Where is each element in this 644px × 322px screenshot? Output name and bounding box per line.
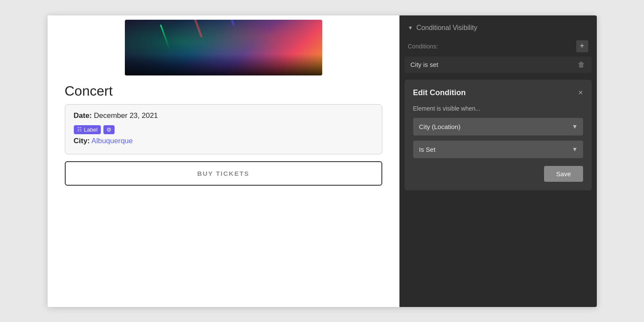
conditions-row: Conditions: + xyxy=(399,39,597,57)
field-dropdown-wrap: City (Location) Name Date Other ▼ xyxy=(413,118,583,135)
label-chip: ☷ Label xyxy=(74,125,101,134)
date-label: Date: xyxy=(74,111,92,120)
buy-btn-wrap: BUY TICKETS xyxy=(65,161,382,186)
modal-footer: Save xyxy=(413,166,583,182)
concert-title: Concert xyxy=(65,83,399,99)
concert-image xyxy=(125,20,322,75)
buy-tickets-button[interactable]: BUY TICKETS xyxy=(65,161,382,186)
concert-lights xyxy=(125,20,322,54)
trash-icon: 🗑 xyxy=(578,61,585,68)
left-panel: Concert Date: December 23, 2021 ☷ Label … xyxy=(48,15,399,307)
label-chip-text: Label xyxy=(84,126,98,133)
date-value: December 23, 2021 xyxy=(94,111,158,120)
modal-header: Edit Condition × xyxy=(413,88,583,97)
date-row: Date: December 23, 2021 xyxy=(74,111,373,120)
city-link[interactable]: Albuquerque xyxy=(91,137,133,145)
operator-select[interactable]: Is Set Is Not Set Equals Contains xyxy=(413,141,583,158)
add-condition-button[interactable]: + xyxy=(576,40,588,52)
field-select[interactable]: City (Location) Name Date Other xyxy=(413,118,583,135)
text-icon: ☷ xyxy=(77,126,82,132)
close-modal-button[interactable]: × xyxy=(578,89,583,96)
concert-card: Date: December 23, 2021 ☷ Label ⚙ City: … xyxy=(65,104,382,154)
condition-text: City is set xyxy=(411,61,438,68)
delete-condition-button[interactable]: 🗑 xyxy=(577,61,586,69)
modal-title: Edit Condition xyxy=(413,88,466,97)
city-label: City: xyxy=(74,137,90,145)
operator-dropdown-wrap: Is Set Is Not Set Equals Contains ▼ xyxy=(413,141,583,158)
right-panel: ▼ Conditional Visibility Conditions: + C… xyxy=(399,15,597,307)
city-row: City: Albuquerque xyxy=(74,137,373,145)
conditions-label: Conditions: xyxy=(408,43,438,50)
main-container: Concert Date: December 23, 2021 ☷ Label … xyxy=(48,15,597,307)
condition-item: City is set 🗑 xyxy=(405,57,592,73)
conditional-visibility-header: ▼ Conditional Visibility xyxy=(399,15,597,39)
label-chip-row: ☷ Label ⚙ xyxy=(74,125,373,134)
modal-subtitle: Element is visible when... xyxy=(413,105,583,112)
save-button[interactable]: Save xyxy=(544,166,583,182)
edit-condition-modal: Edit Condition × Element is visible when… xyxy=(405,80,592,190)
concert-crowd xyxy=(125,54,322,75)
gear-chip: ⚙ xyxy=(103,125,115,134)
conditional-visibility-title: Conditional Visibility xyxy=(416,24,477,32)
chevron-icon: ▼ xyxy=(408,25,413,31)
